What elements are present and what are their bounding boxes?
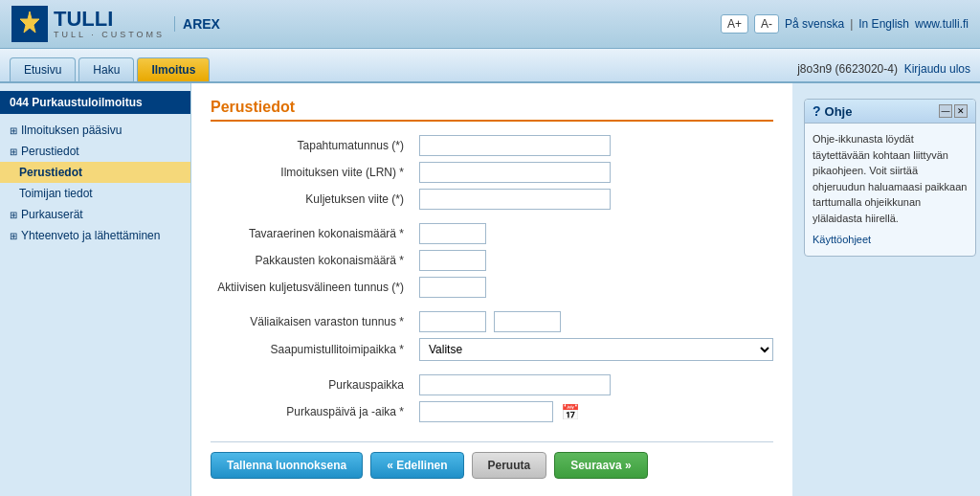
row-tapahtumatunnus: Tapahtumatunnus (*) — [211, 135, 773, 156]
header-controls: A+ A- På svenska | In English www.tulli.… — [721, 14, 969, 34]
sidebar: 044 Purkaustuloilmoitus ⊞ Ilmoituksen pä… — [0, 83, 191, 496]
sidebar-label-toimijan-tiedot: Toimijan tiedot — [19, 187, 93, 200]
sidebar-label-perustiedot-header: Perustiedot — [21, 145, 79, 158]
sidebar-item-paasivu[interactable]: ⊞ Ilmoituksen pääsivu — [0, 120, 190, 141]
sidebar-label-purkauseraet: Purkauserät — [21, 208, 83, 221]
font-smaller-button[interactable]: A- — [754, 14, 779, 34]
lang-sep: | — [850, 17, 853, 31]
help-title: ? Ohje — [813, 103, 852, 119]
next-button[interactable]: Seuraava » — [554, 452, 647, 479]
label-ilmoituksen-viite: Ilmoituksen viite (LRN) * — [211, 166, 412, 179]
sidebar-label-yhteenveto: Yhteenveto ja lähettäminen — [21, 229, 160, 242]
row-tavaraerinen: Tavaraerinen kokonaismäärä * — [211, 223, 773, 244]
tab-etusivu[interactable]: Etusivu — [10, 57, 76, 81]
logo-image — [11, 6, 48, 42]
help-body-text: Ohje-ikkunasta löydät täytettävään kohta… — [813, 133, 967, 224]
label-purkauspaivajaika: Purkauspäivä ja -aika * — [211, 405, 412, 418]
tab-haku[interactable]: Haku — [78, 57, 134, 81]
button-bar: Tallenna luonnoksena « Edellinen Peruuta… — [211, 441, 773, 479]
label-aktiivisen: Aktiivisen kuljetusvälineen tunnus (*) — [211, 281, 412, 294]
help-panel: ? Ohje — ✕ Ohje-ikkunasta löydät täytett… — [804, 99, 976, 257]
tulli-big-label: TULLI — [54, 9, 165, 30]
tab-ilmoitus[interactable]: Ilmoitus — [137, 57, 210, 81]
help-body: Ohje-ikkunasta löydät täytettävään kohta… — [805, 124, 975, 256]
input-aktiivisen[interactable] — [419, 277, 486, 298]
row-saapumistullitoimipaikka: Saapumistullitoimipaikka * Valitse — [211, 338, 773, 361]
cancel-button[interactable]: Peruuta — [472, 452, 547, 479]
row-purkauspaikka: Purkauspaikka — [211, 374, 773, 395]
expand-icon-purkauseraet: ⊞ — [10, 210, 17, 220]
label-valiaikaisen: Väliaikaisen varaston tunnus * — [211, 315, 412, 328]
row-aktiivisen: Aktiivisen kuljetusvälineen tunnus (*) — [211, 277, 773, 298]
sidebar-item-yhteenveto[interactable]: ⊞ Yhteenveto ja lähettäminen — [0, 225, 190, 246]
lang-en-link[interactable]: In English — [858, 17, 909, 31]
label-kuljetuksen-viite: Kuljetuksen viite (*) — [211, 192, 412, 206]
input-ilmoituksen-viite[interactable] — [419, 162, 611, 183]
previous-button[interactable]: « Edellinen — [370, 452, 463, 479]
logo-wrapper: TULLI TULL · CUSTOMS AREX — [11, 6, 220, 42]
expand-icon-perustiedot: ⊞ — [10, 147, 17, 157]
sidebar-title: 044 Purkaustuloilmoitus — [0, 91, 190, 114]
label-pakkausten: Pakkausten kokonaismäärä * — [211, 254, 412, 267]
row-valiaikaisen: Väliaikaisen varaston tunnus * — [211, 311, 773, 332]
label-tavaraerinen: Tavaraerinen kokonaismäärä * — [211, 227, 412, 240]
help-title-label: Ohje — [825, 104, 853, 119]
logout-link[interactable]: Kirjaudu ulos — [904, 62, 970, 76]
page-title: Perustiedot — [211, 99, 773, 122]
expand-icon-paasivu: ⊞ — [10, 125, 17, 136]
sidebar-label-perustiedot: Perustiedot — [19, 166, 82, 179]
font-larger-button[interactable]: A+ — [721, 14, 748, 34]
tulli-small-label: TULL · CUSTOMS — [54, 30, 165, 39]
input-tapahtumatunnus[interactable] — [419, 135, 611, 156]
content: Perustiedot Tapahtumatunnus (*) Ilmoituk… — [191, 83, 792, 496]
input-purkauspaikka[interactable] — [419, 374, 611, 395]
sidebar-label-paasivu: Ilmoituksen pääsivu — [21, 124, 122, 137]
row-pakkausten: Pakkausten kokonaismäärä * — [211, 250, 773, 271]
svg-marker-0 — [20, 11, 39, 33]
tulli-name: TULLI TULL · CUSTOMS — [54, 9, 165, 39]
main-layout: 044 Purkaustuloilmoitus ⊞ Ilmoituksen pä… — [0, 83, 980, 496]
site-link[interactable]: www.tulli.fi — [915, 17, 969, 31]
user-session: j8o3n9 (6623020-4) — [797, 62, 898, 76]
label-purkauspaikka: Purkauspaikka — [211, 378, 412, 392]
input-purkauspaivajaika[interactable] — [419, 401, 553, 422]
help-link[interactable]: Käyttöohjeet — [813, 232, 968, 248]
row-ilmoituksen-viite: Ilmoituksen viite (LRN) * — [211, 162, 773, 183]
input-kuljetuksen-viite[interactable] — [419, 189, 611, 210]
input-pakkausten[interactable] — [419, 250, 486, 271]
label-saapumistullitoimipaikka: Saapumistullitoimipaikka * — [211, 343, 412, 356]
input-valiaikaisen-2[interactable] — [494, 311, 561, 332]
help-header: ? Ohje — ✕ — [805, 100, 975, 124]
navbar: Etusivu Haku Ilmoitus j8o3n9 (6623020-4)… — [0, 49, 980, 83]
header: TULLI TULL · CUSTOMS AREX A+ A- På svens… — [0, 0, 980, 49]
nav-user: j8o3n9 (6623020-4) Kirjaudu ulos — [797, 62, 970, 81]
arex-label: AREX — [174, 16, 220, 32]
help-minimize-button[interactable]: — — [939, 104, 952, 118]
save-draft-button[interactable]: Tallenna luonnoksena — [211, 452, 363, 479]
expand-icon-yhteenveto: ⊞ — [10, 231, 17, 241]
input-tavaraerinen[interactable] — [419, 223, 486, 244]
sidebar-item-toimijan-tiedot[interactable]: Toimijan tiedot — [0, 183, 190, 204]
label-tapahtumatunnus: Tapahtumatunnus (*) — [211, 139, 412, 152]
calendar-icon[interactable]: 📅 — [561, 403, 580, 421]
input-valiaikaisen-1[interactable] — [419, 311, 486, 332]
nav-tabs: Etusivu Haku Ilmoitus — [10, 54, 210, 81]
row-kuljetuksen-viite: Kuljetuksen viite (*) — [211, 189, 773, 210]
help-question-icon: ? — [813, 103, 821, 119]
sidebar-item-perustiedot-header[interactable]: ⊞ Perustiedot — [0, 141, 190, 162]
sidebar-item-purkauseraet[interactable]: ⊞ Purkauserät — [0, 204, 190, 225]
help-close-button[interactable]: ✕ — [954, 104, 968, 118]
header-left: TULLI TULL · CUSTOMS AREX — [11, 6, 220, 42]
row-purkauspaivajaika: Purkauspäivä ja -aika * 📅 — [211, 401, 773, 422]
select-saapumistullitoimipaikka[interactable]: Valitse — [419, 338, 773, 361]
help-controls: — ✕ — [939, 104, 968, 118]
sidebar-item-perustiedot[interactable]: Perustiedot — [0, 162, 190, 183]
lang-sv-link[interactable]: På svenska — [785, 17, 844, 31]
